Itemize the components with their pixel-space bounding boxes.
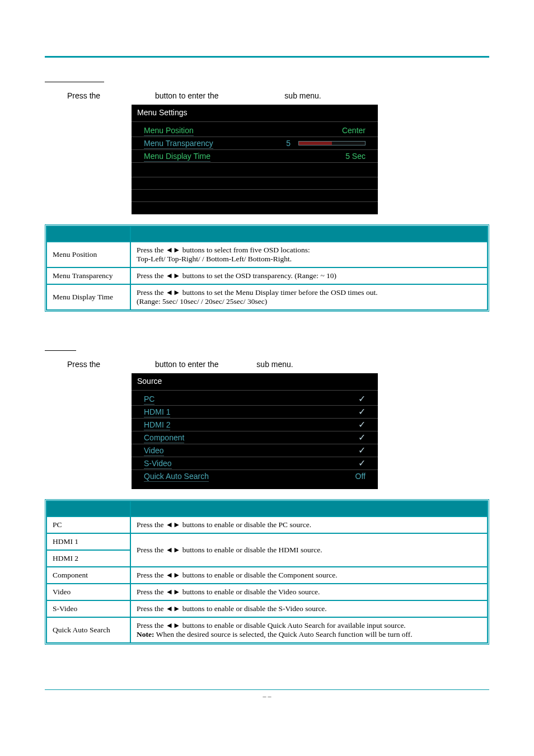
desc-text: buttons to enable or disable the PC sour… xyxy=(180,520,311,529)
osd-blank-row xyxy=(132,177,378,190)
osd-blank-row xyxy=(132,190,378,202)
table-header-desc xyxy=(130,226,488,242)
osd-row-label: HDMI 1 xyxy=(144,407,170,416)
osd-slider[interactable]: 5 xyxy=(286,139,366,148)
osd-row-label: Menu Display Time xyxy=(144,152,210,161)
osd-row-value: 5 Sec xyxy=(345,152,366,161)
osd-row-hdmi2[interactable]: HDMI 2 ✓ xyxy=(132,419,378,431)
table-item: Menu Position xyxy=(46,242,130,267)
desc-text: Press the xyxy=(137,246,166,254)
table-desc: Press the ◄► buttons to enable or disabl… xyxy=(130,617,488,643)
desc-text: Press the xyxy=(137,588,166,596)
desc-text: Press the xyxy=(137,520,166,529)
osd-slider-fill xyxy=(299,142,332,145)
desc-text: buttons to enable or disable the S-Video… xyxy=(180,604,326,613)
intro-text: Press the xyxy=(67,360,100,369)
osd-slider-value: 5 xyxy=(286,139,291,148)
section-heading-underline-source xyxy=(45,343,76,351)
arrow-icons: ◄► xyxy=(166,520,181,529)
section-heading-underline-menu xyxy=(45,74,104,82)
arrow-icons: ◄► xyxy=(166,271,181,280)
osd-row-label: PC xyxy=(144,395,154,403)
table-header-row xyxy=(46,501,488,516)
arrow-icons: ◄► xyxy=(166,546,181,554)
osd-rows: Menu Position Center Menu Transparency 5… xyxy=(132,122,378,165)
arrow-icons: ◄► xyxy=(166,571,181,579)
osd-row-label: Quick Auto Search xyxy=(144,472,209,481)
desc-text: buttons to enable or disable Quick Auto … xyxy=(180,621,405,630)
check-icon: ✓ xyxy=(358,433,366,442)
osd-row-quick-auto-search[interactable]: Quick Auto Search Off xyxy=(132,470,378,482)
table-item: Quick Auto Search xyxy=(46,617,130,643)
desc-text: When the desired source is selected, the… xyxy=(156,630,413,638)
desc-text: buttons to enable or disable the HDMI so… xyxy=(180,546,322,554)
table-desc: Press the ◄► buttons to enable or disabl… xyxy=(130,584,488,600)
osd-row-menu-display-time[interactable]: Menu Display Time 5 Sec xyxy=(132,150,378,163)
desc-text: Press the xyxy=(137,604,166,613)
table-item: Component xyxy=(46,567,130,584)
table-desc: Press the ◄► buttons to set the OSD tran… xyxy=(130,267,488,284)
desc-text: buttons to enable or disable the Video s… xyxy=(180,588,320,596)
osd-row-label: S-Video xyxy=(144,459,172,468)
table-row: HDMI 1 Press the ◄► buttons to enable or… xyxy=(46,533,488,550)
table-row: Video Press the ◄► buttons to enable or … xyxy=(46,584,488,600)
osd-row-svideo[interactable]: S-Video ✓ xyxy=(132,457,378,470)
table-desc: Press the ◄► buttons to enable or disabl… xyxy=(130,600,488,617)
table-item: HDMI 2 xyxy=(46,550,130,567)
table-header-desc xyxy=(130,501,488,516)
desc-text: Top-Left/ Top-Right/ / Bottom-Left/ Bott… xyxy=(137,255,292,263)
osd-row-label: Menu Position xyxy=(144,126,194,135)
desc-text: (Range: 5sec/ 10sec/ / 20sec/ 25sec/ 30s… xyxy=(137,297,267,306)
table-row: Quick Auto Search Press the ◄► buttons t… xyxy=(46,617,488,643)
menu-settings-intro: Press the button to enter the sub menu. xyxy=(67,91,489,100)
table-row: PC Press the ◄► buttons to enable or dis… xyxy=(46,516,488,533)
osd-row-label: Component xyxy=(144,433,184,442)
source-section: Press the button to enter the sub menu. … xyxy=(45,343,489,645)
arrow-icons: ◄► xyxy=(166,604,181,613)
table-desc: Press the ◄► buttons to enable or disabl… xyxy=(130,533,488,567)
osd-row-label: Video xyxy=(144,446,164,455)
page-footer: – – xyxy=(45,689,489,701)
table-item: PC xyxy=(46,516,130,533)
osd-title: Source xyxy=(132,373,378,391)
osd-row-menu-transparency[interactable]: Menu Transparency 5 xyxy=(132,137,378,150)
menu-settings-section: Press the button to enter the sub menu. … xyxy=(45,74,489,312)
osd-row-pc[interactable]: PC ✓ xyxy=(132,393,378,406)
intro-text: button to enter the xyxy=(155,91,219,100)
osd-row-menu-position[interactable]: Menu Position Center xyxy=(132,124,378,137)
desc-text: buttons to enable or disable the Compone… xyxy=(180,571,337,579)
arrow-icons: ◄► xyxy=(166,288,181,297)
osd-row-value: Center xyxy=(342,126,366,135)
table-item: HDMI 1 xyxy=(46,533,130,550)
osd-row-video[interactable]: Video ✓ xyxy=(132,444,378,457)
intro-text: button to enter the xyxy=(155,360,219,369)
table-row: Menu Display Time Press the ◄► buttons t… xyxy=(46,284,488,310)
osd-row-component[interactable]: Component ✓ xyxy=(132,431,378,444)
osd-slider-bar[interactable] xyxy=(298,141,366,145)
table-header-row xyxy=(46,226,488,242)
desc-text: buttons to set the Menu Display timer be… xyxy=(180,288,377,297)
osd-rows: PC ✓ HDMI 1 ✓ HDMI 2 ✓ Component ✓ Video… xyxy=(132,391,378,485)
arrow-icons: ◄► xyxy=(166,246,181,254)
arrow-icons: ◄► xyxy=(166,588,181,596)
check-icon: ✓ xyxy=(358,395,366,403)
desc-text: Press the xyxy=(137,621,166,630)
table-desc: Press the ◄► buttons to select from five… xyxy=(130,242,488,267)
table-row: Menu Position Press the ◄► buttons to se… xyxy=(46,242,488,267)
intro-text: Press the xyxy=(67,91,100,100)
osd-row-hdmi1[interactable]: HDMI 1 ✓ xyxy=(132,406,378,419)
table-desc: Press the ◄► buttons to enable or disabl… xyxy=(130,516,488,533)
arrow-icons: ◄► xyxy=(166,621,181,630)
desc-text: buttons to select from five OSD location… xyxy=(180,246,310,254)
check-icon: ✓ xyxy=(358,446,366,455)
desc-text: Press the xyxy=(137,271,166,280)
desc-text: Press the xyxy=(137,571,166,579)
check-icon: ✓ xyxy=(358,459,366,468)
osd-menu-settings-panel: Menu Settings Menu Position Center Menu … xyxy=(132,105,378,214)
intro-text: sub menu. xyxy=(284,91,321,100)
table-header-item xyxy=(46,501,130,516)
table-desc: Press the ◄► buttons to enable or disabl… xyxy=(130,567,488,584)
source-intro: Press the button to enter the sub menu. xyxy=(67,360,489,369)
table-row: Component Press the ◄► buttons to enable… xyxy=(46,567,488,584)
osd-row-label: HDMI 2 xyxy=(144,420,170,429)
